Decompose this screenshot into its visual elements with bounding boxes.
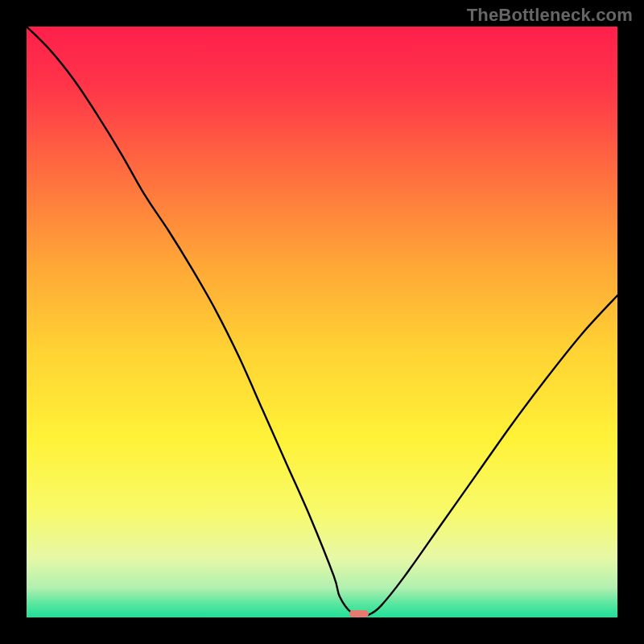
bottleneck-curve [27,27,617,615]
optimal-point-marker [349,610,368,617]
watermark-text: TheBottleneck.com [467,5,633,26]
chart-frame [0,0,644,644]
curve-layer [27,27,617,617]
plot-area [27,27,617,617]
